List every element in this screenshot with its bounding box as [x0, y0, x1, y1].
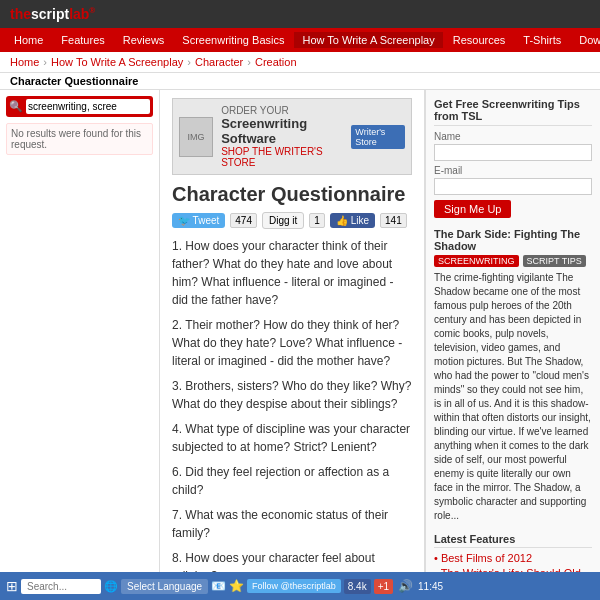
nav-reviews[interactable]: Reviews — [115, 32, 173, 48]
question-item: 6. Did they feel rejection or affection … — [172, 463, 412, 499]
tweet-count: 474 — [230, 213, 257, 228]
left-sidebar: 🔍 No results were found for this request… — [0, 90, 160, 580]
question-item: 3. Brothers, sisters? Who do they like? … — [172, 377, 412, 413]
right-sidebar: Get Free Screenwriting Tips from TSL Nam… — [425, 90, 600, 580]
nav-features[interactable]: Features — [53, 32, 112, 48]
question-item: 1. How does your character think of thei… — [172, 237, 412, 309]
nav-home[interactable]: Home — [6, 32, 51, 48]
breadcrumb-creation[interactable]: Creation — [255, 56, 297, 68]
taskbar-icon2[interactable]: ⭐ — [229, 579, 244, 593]
name-input[interactable] — [434, 144, 592, 161]
signup-title: Get Free Screenwriting Tips from TSL — [434, 98, 592, 126]
taskbar-language-selector[interactable]: Select Language — [121, 579, 208, 594]
main-content-area: IMG ORDER YOUR Screenwriting Software SH… — [160, 90, 425, 580]
question-item: 4. What type of discipline was your char… — [172, 420, 412, 456]
social-bar: 🐦 Tweet 474 Digg it 1 👍 Like 141 — [172, 212, 412, 229]
like-count: 141 — [380, 213, 407, 228]
banner-shop-line: SHOP THE WRITER'S STORE — [221, 146, 343, 168]
article-tag2: SCRIPT TIPS — [523, 255, 586, 267]
banner-image: IMG — [179, 117, 213, 157]
question-item: 2. Their mother? How do they think of he… — [172, 316, 412, 370]
logo-script: script — [31, 6, 69, 22]
taskbar-browser-icon[interactable]: 🌐 — [104, 580, 118, 593]
plus-count-badge: +1 — [374, 579, 393, 594]
nav-resources[interactable]: Resources — [445, 32, 514, 48]
main-layout: 🔍 No results were found for this request… — [0, 90, 600, 580]
writers-store-badge: Writer's Store — [351, 125, 405, 149]
twitter-follow-button[interactable]: Follow @thescriptlab — [247, 579, 341, 593]
search-input[interactable] — [26, 99, 150, 114]
article-title[interactable]: The Dark Side: Fighting The Shadow — [434, 228, 592, 252]
breadcrumb-character[interactable]: Character — [195, 56, 243, 68]
banner[interactable]: IMG ORDER YOUR Screenwriting Software SH… — [172, 98, 412, 175]
sub-breadcrumb-label: Character Questionnaire — [0, 73, 600, 90]
email-label: E-mail — [434, 165, 592, 176]
main-navbar: Home Features Reviews Screenwriting Basi… — [0, 28, 600, 52]
nav-tshirts[interactable]: T-Shirts — [515, 32, 569, 48]
no-results-message: No results were found for this request. — [6, 123, 153, 155]
questions-list: 1. How does your character think of thei… — [172, 237, 412, 580]
digg-count: 1 — [309, 213, 325, 228]
name-label: Name — [434, 131, 592, 142]
page-title: Character Questionnaire — [172, 183, 412, 206]
tweet-button[interactable]: 🐦 Tweet — [172, 213, 225, 228]
logo-the: the — [10, 6, 31, 22]
featured-article-section: The Dark Side: Fighting The Shadow SCREE… — [434, 228, 592, 523]
signup-section: Get Free Screenwriting Tips from TSL Nam… — [434, 98, 592, 218]
banner-text-block: ORDER YOUR Screenwriting Software SHOP T… — [221, 105, 343, 168]
breadcrumb-how-to[interactable]: How To Write A Screenplay — [51, 56, 183, 68]
search-wrapper: 🔍 — [6, 96, 153, 117]
nav-download-scripts[interactable]: Download Scripts — [571, 32, 600, 48]
taskbar-icon1[interactable]: 📧 — [211, 579, 226, 593]
taskbar-volume-icon[interactable]: 🔊 — [398, 579, 413, 593]
latest-feature-link[interactable]: • Best Films of 2012 — [434, 552, 592, 564]
latest-features-title: Latest Features — [434, 533, 592, 548]
taskbar-start-icon[interactable]: ⊞ — [6, 578, 18, 594]
question-item: 7. What was the economic status of their… — [172, 506, 412, 542]
digg-button[interactable]: Digg it — [262, 212, 304, 229]
taskbar-search-input[interactable] — [21, 579, 101, 594]
site-logo[interactable]: thescriptlab® — [10, 6, 95, 22]
article-text: The crime-fighting vigilante The Shadow … — [434, 271, 592, 523]
search-icon: 🔍 — [9, 100, 23, 113]
banner-product-name: Screenwriting Software — [221, 116, 343, 146]
logo-trademark: ® — [89, 6, 95, 15]
taskbar: ⊞ 🌐 Select Language 📧 ⭐ Follow @thescrip… — [0, 572, 600, 600]
breadcrumb: Home › How To Write A Screenplay › Chara… — [0, 52, 600, 73]
fb-count-badge: 8.4k — [344, 579, 371, 594]
sign-up-button[interactable]: Sign Me Up — [434, 200, 511, 218]
site-header: thescriptlab® — [0, 0, 600, 28]
logo-lab: lab — [69, 6, 89, 22]
taskbar-clock: 11:45 — [418, 581, 443, 592]
article-tag1: SCREENWRITING — [434, 255, 519, 267]
banner-order-line: ORDER YOUR — [221, 105, 343, 116]
breadcrumb-home[interactable]: Home — [10, 56, 39, 68]
like-button[interactable]: 👍 Like — [330, 213, 375, 228]
nav-screenwriting-basics[interactable]: Screenwriting Basics — [174, 32, 292, 48]
nav-how-to-write[interactable]: How To Write A Screenplay — [294, 32, 442, 48]
email-input[interactable] — [434, 178, 592, 195]
